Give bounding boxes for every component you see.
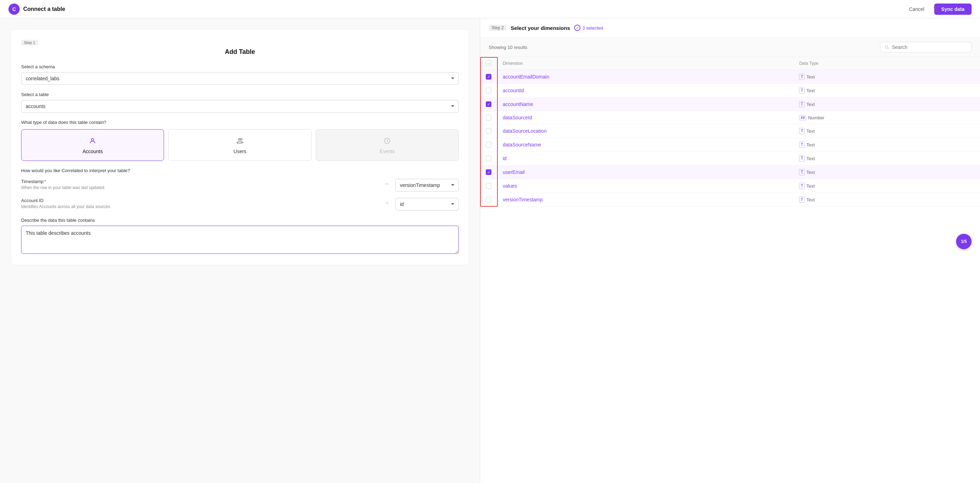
- row-checkbox[interactable]: [486, 128, 492, 134]
- describe-section: Describe the data this table contains Th…: [21, 218, 459, 255]
- schema-select[interactable]: correlated_labs: [21, 72, 459, 85]
- header-checkbox-col: [480, 57, 497, 70]
- accounts-label: Accounts: [83, 148, 103, 154]
- row-data-type: T Text: [794, 152, 980, 166]
- cancel-button[interactable]: Cancel: [903, 4, 930, 14]
- row-checkbox-cell[interactable]: [480, 97, 497, 111]
- table-toolbar: Showing 10 results: [480, 38, 980, 57]
- row-dimension-name: values: [497, 179, 794, 193]
- row-checkbox[interactable]: [486, 197, 492, 202]
- svg-point-4: [885, 46, 888, 48]
- data-type-label: What type of data does this table contai…: [21, 120, 459, 125]
- table-row: versionTimestamp T Text: [480, 193, 980, 207]
- events-label: Events: [380, 148, 395, 154]
- row-checkbox-cell[interactable]: [480, 111, 497, 124]
- search-box[interactable]: [880, 42, 972, 53]
- row-checkbox-cell[interactable]: [480, 193, 497, 207]
- pagination-badge[interactable]: 1/5: [956, 234, 972, 249]
- timestamp-label: Timestamp: [21, 179, 378, 184]
- table-header-row: Dimension Data Type: [480, 57, 980, 70]
- timestamp-select-wrapper: versionTimestamp: [395, 179, 459, 191]
- sync-button[interactable]: Sync data: [934, 3, 972, 15]
- row-data-type: ## Number: [794, 111, 980, 124]
- top-nav: C Connect a table Cancel Sync data: [0, 0, 980, 18]
- table-group: Select a table accounts: [21, 92, 459, 113]
- dimensions-table: Dimension Data Type accountEmailDomain: [480, 57, 980, 207]
- timestamp-desc: When the row in your table was last upda…: [21, 185, 378, 190]
- row-checkbox[interactable]: [486, 101, 492, 107]
- table-label: Select a table: [21, 92, 459, 97]
- left-panel: Step 1 Add Table Select a schema correla…: [0, 18, 480, 483]
- type-option-users[interactable]: Users: [168, 129, 311, 161]
- type-option-events: Events: [316, 129, 459, 161]
- users-icon: [235, 136, 245, 146]
- step2-badge: Step 2: [488, 25, 506, 31]
- timestamp-select[interactable]: versionTimestamp: [395, 179, 459, 191]
- describe-textarea[interactable]: This table describes accounts: [21, 226, 459, 254]
- row-data-type: T Text: [794, 138, 980, 152]
- events-icon: [382, 136, 392, 146]
- arrow-icon: →: [378, 180, 395, 188]
- search-icon: [885, 45, 889, 49]
- row-checkbox-cell[interactable]: [480, 70, 497, 84]
- row-dimension-name: accountEmailDomain: [497, 70, 794, 84]
- row-data-type: T Text: [794, 124, 980, 138]
- row-data-type: T Text: [794, 70, 980, 84]
- svg-point-0: [92, 138, 94, 141]
- row-checkbox[interactable]: [486, 74, 492, 80]
- row-checkbox[interactable]: [486, 88, 492, 93]
- row-checkbox[interactable]: [486, 142, 492, 148]
- interpret-group: How would you like Correlated to interpr…: [21, 168, 459, 210]
- row-checkbox[interactable]: [486, 156, 492, 161]
- row-checkbox-cell[interactable]: [480, 84, 497, 97]
- data-type-group: What type of data does this table contai…: [21, 120, 459, 161]
- row-dimension-name: userEmail: [497, 166, 794, 179]
- row-checkbox[interactable]: [486, 183, 492, 189]
- table-select[interactable]: accounts: [21, 100, 459, 113]
- timestamp-row: Timestamp When the row in your table was…: [21, 179, 459, 191]
- table-row: id T Text: [480, 152, 980, 166]
- app-logo: C: [8, 3, 20, 15]
- step-card: Step 1 Add Table Select a schema correla…: [11, 30, 469, 265]
- app-title: Connect a table: [23, 6, 65, 12]
- row-checkbox-cell[interactable]: [480, 138, 497, 152]
- header-dimension: Dimension: [497, 57, 794, 70]
- svg-point-1: [238, 138, 240, 140]
- row-dimension-name: dataSourceId: [497, 111, 794, 124]
- type-options: Accounts Users Events: [21, 129, 459, 161]
- results-count: Showing 10 results: [488, 45, 527, 50]
- row-data-type: T Text: [794, 193, 980, 207]
- right-panel: Step 2 Select your dimensions ✓ 3 select…: [480, 18, 980, 483]
- table-row: dataSourceLocation T Text: [480, 124, 980, 138]
- step2-header: Step 2 Select your dimensions ✓ 3 select…: [480, 18, 980, 38]
- row-checkbox-cell[interactable]: [480, 179, 497, 193]
- type-option-accounts[interactable]: Accounts: [21, 129, 164, 161]
- accounts-icon: [88, 136, 97, 146]
- row-data-type: T Text: [794, 84, 980, 97]
- step1-title: Add Table: [21, 48, 459, 56]
- row-checkbox-cell[interactable]: [480, 124, 497, 138]
- table-row: accountName T Text: [480, 97, 980, 111]
- table-wrapper: Dimension Data Type accountEmailDomain: [480, 57, 980, 207]
- schema-label: Select a schema: [21, 64, 459, 69]
- row-checkbox[interactable]: [486, 169, 492, 175]
- row-checkbox[interactable]: [486, 115, 492, 120]
- step1-badge: Step 1: [21, 40, 38, 45]
- select-all-checkbox[interactable]: [486, 61, 492, 66]
- table-row: values T Text: [480, 179, 980, 193]
- main-layout: Step 1 Add Table Select a schema correla…: [0, 18, 980, 483]
- row-dimension-name: dataSourceLocation: [497, 124, 794, 138]
- row-dimension-name: id: [497, 152, 794, 166]
- accountid-label: Account ID: [21, 198, 378, 203]
- accountid-desc: Identifies Accounts across all your data…: [21, 204, 378, 209]
- row-checkbox-cell[interactable]: [480, 152, 497, 166]
- accountid-select-wrapper: id: [395, 198, 459, 210]
- search-input[interactable]: [892, 45, 967, 50]
- arrow-icon2: →: [378, 199, 395, 207]
- accountid-left: Account ID Identifies Accounts across al…: [21, 198, 378, 209]
- check-icon: ✓: [574, 25, 581, 31]
- row-dimension-name: accountId: [497, 84, 794, 97]
- accountid-select[interactable]: id: [395, 198, 459, 210]
- describe-label: Describe the data this table contains: [21, 218, 459, 223]
- row-checkbox-cell[interactable]: [480, 166, 497, 179]
